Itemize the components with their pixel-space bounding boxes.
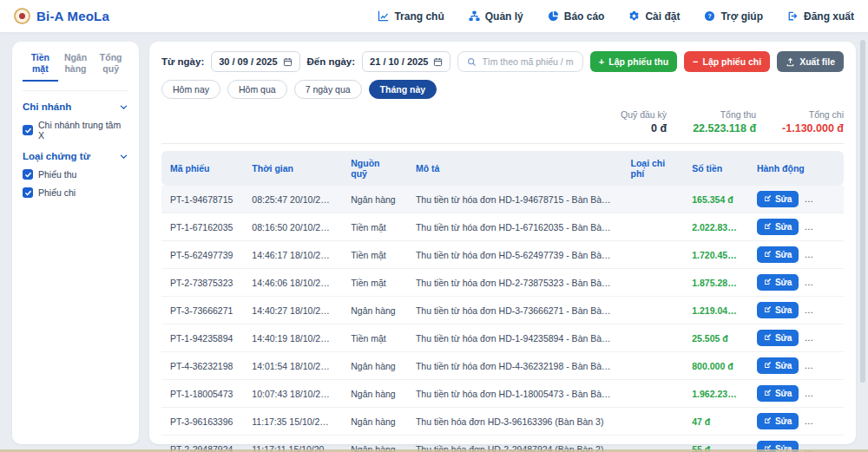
chart-line-icon xyxy=(378,10,389,22)
edit-button[interactable]: Sửa xyxy=(757,413,799,429)
delete-button-label: Xóa xyxy=(822,194,838,204)
checkbox-row-payment[interactable]: Phiếu chi xyxy=(23,187,128,198)
cell-description: Thu tiền từ hóa đơn HD-1-94235894 - Bàn … xyxy=(407,324,622,352)
stat-value: 22.523.118 đ xyxy=(693,122,756,134)
checkbox-icon[interactable] xyxy=(23,125,33,135)
edit-button[interactable]: Sửa xyxy=(757,219,799,235)
cell-time: 14:40:19 18/10/2025 xyxy=(243,324,342,352)
delete-button-label: Xóa xyxy=(822,333,838,343)
search-icon xyxy=(467,57,477,67)
table-body: PT-1-9467871508:25:47 20/10/2025Ngân hàn… xyxy=(161,186,844,452)
sidebar-section-title: Loại chứng từ xyxy=(23,151,90,161)
cell-expense_type xyxy=(622,269,684,297)
to-date-label: Đến ngày: xyxy=(307,56,356,67)
create-payment-button[interactable]: −Lập phiếu chi xyxy=(684,51,770,72)
edit-button-label: Sửa xyxy=(775,389,792,398)
checkbox-row-central-branch[interactable]: Chi nhánh trung tâm X xyxy=(23,120,128,141)
checkbox-row-receipt[interactable]: Phiếu thu xyxy=(23,169,128,180)
cell-code: PT-1-18005473 xyxy=(161,380,243,408)
cell-code: PT-3-73666271 xyxy=(161,297,243,324)
cell-source: Tiền mặt xyxy=(342,269,407,297)
nav-item-reports[interactable]: Báo cáo xyxy=(548,10,605,23)
sidebar-tab-total-fund[interactable]: Tổng quỹ xyxy=(93,52,128,82)
edit-icon xyxy=(764,194,772,204)
chip-this-month[interactable]: Tháng này xyxy=(369,80,437,99)
edit-icon xyxy=(764,250,772,259)
to-date-input[interactable]: 21 / 10 / 2025 xyxy=(362,51,450,72)
table-divider xyxy=(161,143,844,144)
edit-button[interactable]: Sửa xyxy=(757,246,799,263)
cell-expense_type xyxy=(622,324,684,352)
chip-today[interactable]: Hôm nay xyxy=(161,80,220,99)
cell-expense_type xyxy=(622,297,684,324)
search-input[interactable] xyxy=(482,56,573,67)
cell-code: PT-4-36232198 xyxy=(161,352,243,380)
cell-actions: SửaXóa xyxy=(748,324,844,352)
table-row: PT-3-7366627114:40:27 18/10/2025Ngân hàn… xyxy=(161,297,844,324)
cell-time: 14:46:06 18/10/2025 xyxy=(243,269,342,297)
delete-button-label: Xóa xyxy=(822,250,838,259)
nav-item-help[interactable]: ?Trợ giúp xyxy=(704,10,763,23)
stat-total-expense: Tổng chi-1.130.000 đ xyxy=(782,109,844,134)
cell-amount: 800.000 đ xyxy=(683,352,748,380)
checkbox-icon[interactable] xyxy=(23,169,33,180)
stat-total-income: Tổng thu22.523.118 đ xyxy=(693,109,756,134)
calendar-icon xyxy=(433,57,443,67)
chip-yesterday[interactable]: Hôm qua xyxy=(227,80,287,99)
minus-icon: − xyxy=(693,57,698,67)
nav-item-logout[interactable]: Đăng xuất xyxy=(787,10,854,23)
cell-expense_type xyxy=(622,352,684,380)
cell-actions: SửaXóa xyxy=(748,352,844,380)
nav-item-manage[interactable]: Quản lý xyxy=(469,10,523,23)
cell-description: Thu tiền từ hóa đơn HD-1-94678715 - Bàn … xyxy=(407,186,622,213)
edit-button[interactable]: Sửa xyxy=(757,357,799,374)
cell-description: Thu tiền từ hóa đơn HD-2-73875323 - Bàn … xyxy=(407,269,622,297)
brand-logo-icon xyxy=(14,8,30,24)
sidebar-section-header-voucher-type[interactable]: Loại chứng từ xyxy=(23,151,128,161)
stat-label: Tổng chi xyxy=(782,109,844,120)
delete-button-label: Xóa xyxy=(822,416,838,426)
column-header: Loại chi phí xyxy=(622,151,684,186)
delete-button-label: Xóa xyxy=(822,361,838,370)
nav-item-settings[interactable]: Cài đặt xyxy=(628,10,680,23)
edit-button-label: Sửa xyxy=(775,361,792,370)
cell-amount: 2.022.839 đ xyxy=(683,213,748,241)
edit-button[interactable]: Sửa xyxy=(757,330,799,346)
from-date-input[interactable]: 30 / 09 / 2025 xyxy=(211,51,299,72)
edit-icon xyxy=(764,416,772,426)
edit-button[interactable]: Sửa xyxy=(757,274,799,291)
checkbox-label: Phiếu chi xyxy=(38,187,76,198)
checkbox-icon[interactable] xyxy=(23,187,33,198)
action-buttons: +Lập phiếu thu−Lập phiếu chiXuất file xyxy=(590,51,844,72)
delete-button-label: Xóa xyxy=(822,222,838,232)
edit-button[interactable]: Sửa xyxy=(757,302,799,318)
help-icon: ? xyxy=(704,10,715,22)
chip-last-7-days[interactable]: 7 ngày qua xyxy=(294,80,362,99)
nav-item-home[interactable]: Trang chủ xyxy=(378,10,444,23)
checkbox-label: Phiếu thu xyxy=(38,169,76,180)
upload-icon xyxy=(786,57,795,67)
stat-value: 0 đ xyxy=(621,122,667,134)
edit-button[interactable]: Sửa xyxy=(757,385,799,402)
page-scrollbar[interactable] xyxy=(860,40,865,383)
edit-button[interactable]: Sửa xyxy=(757,191,799,207)
sidebar-section-header-branch[interactable]: Chi nhánh xyxy=(23,102,128,112)
sidebar-tab-cash[interactable]: Tiền mặt xyxy=(23,52,58,82)
brand-name: Bi-A MeoLa xyxy=(36,9,109,23)
cell-source: Tiền mặt xyxy=(342,241,407,269)
edit-icon xyxy=(764,361,772,370)
edit-button-label: Sửa xyxy=(775,416,792,426)
nav-item-label: Trợ giúp xyxy=(720,10,763,23)
export-file-button[interactable]: Xuất file xyxy=(777,51,844,72)
delete-button-label: Xóa xyxy=(822,278,838,287)
table-row: PT-5-6249773914:46:17 18/10/2025Tiền mặt… xyxy=(161,241,844,269)
column-header: Mô tả xyxy=(407,151,622,186)
main-panel: Từ ngày: 30 / 09 / 2025 Đến ngày: 21 / 1… xyxy=(149,42,856,444)
sidebar-tab-bank[interactable]: Ngân hàng xyxy=(58,52,94,82)
cell-description: Thu tiền từ hóa đơn HD-1-67162035 - Bàn … xyxy=(407,213,622,241)
brand[interactable]: Bi-A MeoLa xyxy=(14,8,109,24)
edit-button-label: Sửa xyxy=(775,250,792,259)
edit-button-label: Sửa xyxy=(775,222,792,232)
transactions-table: Mã phiếuThời gianNguồn quỹMô tảLoại chi … xyxy=(161,151,844,452)
create-receipt-button[interactable]: +Lập phiếu thu xyxy=(590,51,677,72)
